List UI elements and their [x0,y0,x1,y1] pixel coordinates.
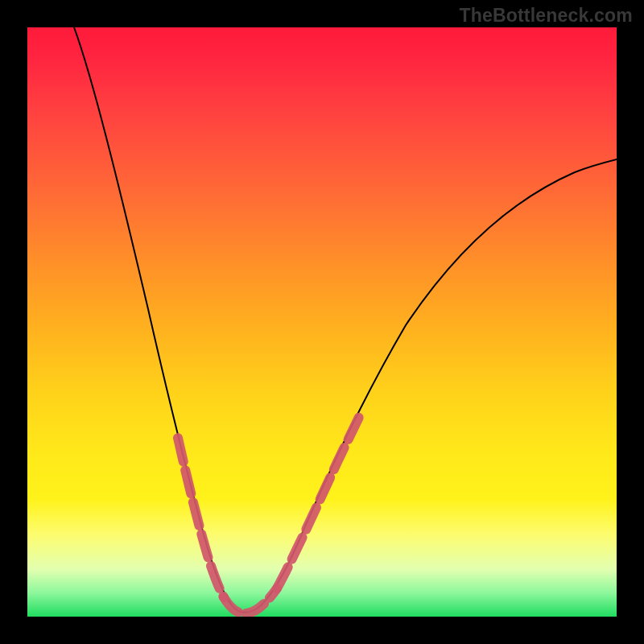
chart-svg [27,27,617,617]
watermark-text: TheBottleneck.com [459,5,633,27]
valley-marker [224,588,277,613]
outer-frame: TheBottleneck.com [0,0,644,644]
left-slope-marker [178,438,224,597]
bottleneck-curve [74,27,617,613]
plot-area [27,27,617,617]
right-slope-marker [277,412,361,588]
